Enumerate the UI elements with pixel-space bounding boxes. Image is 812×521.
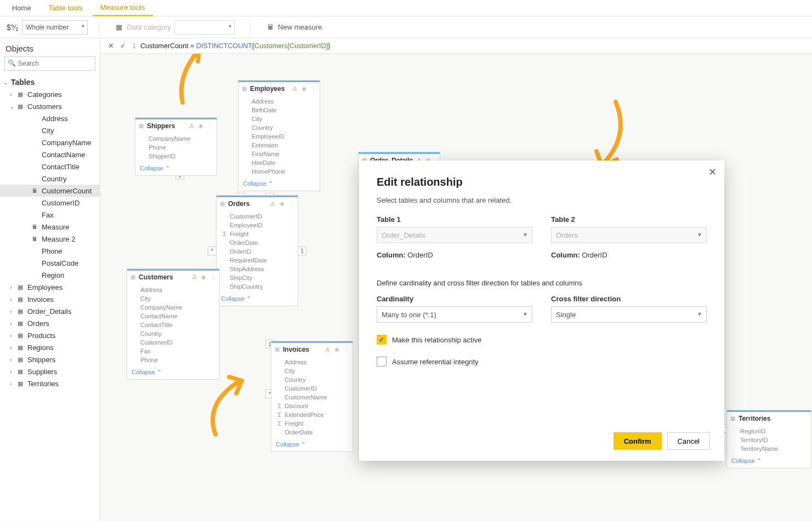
cancel-button[interactable]: Cancel: [667, 432, 710, 450]
more-icon[interactable]: ⋮: [310, 85, 317, 91]
tree-row[interactable]: 🖩Measure 2: [0, 233, 100, 245]
tree-row[interactable]: Phone: [0, 245, 100, 257]
tree-row[interactable]: ›▦Suppliers: [0, 365, 100, 377]
card-field[interactable]: CompanyName: [135, 134, 217, 143]
card-field[interactable]: ContactTitle: [127, 320, 219, 329]
card-field[interactable]: HomePhone: [239, 167, 320, 176]
tree-row[interactable]: ›▦Territories: [0, 377, 100, 390]
card-field[interactable]: FirstName: [239, 150, 320, 158]
card-field[interactable]: TerritoryID: [727, 436, 811, 444]
card-field[interactable]: ContactName: [127, 312, 219, 320]
tree-row[interactable]: 🖩Measure: [0, 221, 100, 233]
card-field[interactable]: Country: [239, 123, 320, 132]
collapse-link[interactable]: Collapse ⌃: [135, 163, 217, 175]
table-card-shippers[interactable]: ▦Shippers⚠◉⋮ CompanyNamePhoneShipperID C…: [135, 117, 217, 176]
checkbox-referential[interactable]: Assume referential integrity: [377, 357, 707, 367]
card-field[interactable]: OrderDate: [271, 428, 353, 437]
tab-home[interactable]: Home: [4, 1, 39, 15]
card-field[interactable]: Country: [271, 375, 353, 384]
card-field[interactable]: OrderDate: [217, 238, 298, 247]
tree-row[interactable]: City: [0, 124, 100, 136]
formula-cancel-button[interactable]: ✕: [105, 40, 117, 52]
card-field[interactable]: HireDate: [239, 158, 320, 167]
tree-row[interactable]: ›▦Invoices: [0, 293, 100, 305]
formula-commit-button[interactable]: ✓: [117, 40, 129, 52]
more-icon[interactable]: ⋮: [343, 346, 350, 352]
card-field[interactable]: CompanyName: [127, 303, 219, 312]
card-field[interactable]: RegionID: [727, 427, 811, 436]
tree-row[interactable]: Country: [0, 173, 100, 185]
card-field[interactable]: ΣExtendedPrice: [271, 410, 353, 419]
card-field[interactable]: TerritoryName: [727, 444, 811, 453]
card-field[interactable]: CustomerName: [271, 393, 353, 402]
table-card-orders[interactable]: ▦Orders⚠◉⋮ CustomerIDEmployeeIDΣFreightO…: [216, 195, 298, 306]
tree-row[interactable]: ContactName: [0, 148, 100, 161]
tree-row[interactable]: PostalCode: [0, 257, 100, 269]
table1-select[interactable]: Order_Details: [377, 227, 532, 243]
collapse-link[interactable]: Collapse ⌃: [127, 367, 219, 379]
tree-row[interactable]: ›▦Employees: [0, 281, 100, 293]
confirm-button[interactable]: Confirm: [614, 432, 662, 450]
close-icon[interactable]: ✕: [708, 166, 717, 178]
card-field[interactable]: RequiredDate: [217, 256, 298, 265]
tree-row[interactable]: ›▦Categories: [0, 88, 100, 100]
tree-row[interactable]: Region: [0, 269, 100, 281]
visibility-icon[interactable]: ◉: [333, 346, 340, 352]
tree-row[interactable]: ⌄▦Customers: [0, 100, 100, 112]
card-field[interactable]: Fax: [127, 347, 219, 356]
card-field[interactable]: Address: [271, 358, 353, 367]
card-field[interactable]: CustomerID: [217, 212, 298, 221]
search-input[interactable]: [4, 56, 95, 71]
tree-row[interactable]: Address: [0, 112, 100, 124]
table-card-employees[interactable]: ▦Employees⚠◉⋮ AddressBirthDateCityCountr…: [238, 80, 320, 191]
card-field[interactable]: City: [271, 367, 353, 375]
checkbox-referential-box[interactable]: [377, 357, 387, 367]
visibility-icon[interactable]: ◉: [279, 201, 286, 207]
formula-code[interactable]: CustomerCount = DISTINCTCOUNT(Customers[…: [140, 42, 330, 50]
card-field[interactable]: Address: [239, 97, 320, 106]
tree-row[interactable]: ›▦Orders: [0, 317, 100, 329]
cardinality-select[interactable]: Many to one (*:1): [377, 306, 532, 323]
visibility-icon[interactable]: ◉: [197, 123, 205, 129]
card-field[interactable]: ShipperID: [135, 152, 217, 161]
card-field[interactable]: ShipCity: [217, 273, 298, 282]
more-icon[interactable]: ⋮: [207, 123, 214, 129]
table2-select[interactable]: Orders: [551, 227, 707, 243]
tree-row[interactable]: 🖩CustomerCount: [0, 185, 100, 197]
tab-table-tools[interactable]: Table tools: [41, 1, 90, 15]
card-field[interactable]: EmployeeID: [239, 132, 320, 141]
card-field[interactable]: Phone: [135, 143, 217, 152]
collapse-link[interactable]: Collapse ⌃: [239, 178, 320, 191]
card-field[interactable]: City: [127, 294, 219, 303]
collapse-link[interactable]: Collapse ⌃: [217, 293, 298, 306]
more-icon[interactable]: ⋮: [209, 274, 217, 280]
tree-row[interactable]: ›▦Products: [0, 329, 100, 341]
card-field[interactable]: ShipAddress: [217, 265, 298, 273]
tree-row[interactable]: ›▦Regions: [0, 341, 100, 353]
checkbox-active[interactable]: ✓ Make this relationship active: [377, 335, 707, 345]
card-field[interactable]: ShipCountry: [217, 282, 298, 291]
collapse-link[interactable]: Collapse ⌃: [271, 439, 353, 451]
card-field[interactable]: ΣFreight: [271, 419, 353, 428]
table-card-territories[interactable]: ▦Territories RegionIDTerritoryIDTerritor…: [726, 410, 811, 468]
card-field[interactable]: CustomerID: [127, 338, 219, 347]
card-field[interactable]: BirthDate: [239, 106, 320, 114]
card-field[interactable]: City: [239, 114, 320, 123]
card-field[interactable]: ΣDiscount: [271, 402, 353, 410]
card-field[interactable]: Phone: [127, 356, 219, 364]
card-field[interactable]: CustomerID: [271, 384, 353, 393]
tree-row[interactable]: ›▦Order_Details: [0, 305, 100, 317]
new-measure-button[interactable]: 🖩 New measure: [262, 21, 326, 34]
tree-row[interactable]: ⌄Tables: [0, 76, 100, 88]
collapse-link[interactable]: Collapse ⌃: [727, 455, 811, 468]
card-field[interactable]: Extension: [239, 141, 320, 150]
tree-row[interactable]: ›▦Shippers: [0, 353, 100, 365]
tree-row[interactable]: ContactTitle: [0, 161, 100, 173]
checkbox-active-box[interactable]: ✓: [377, 335, 387, 345]
table-card-invoices[interactable]: ▦Invoices⚠◉⋮ AddressCityCountryCustomerI…: [271, 341, 353, 452]
card-field[interactable]: Country: [127, 329, 219, 338]
more-icon[interactable]: ⋮: [288, 201, 296, 207]
tree-row[interactable]: CustomerID: [0, 197, 100, 209]
card-field[interactable]: OrderID: [217, 247, 298, 256]
card-field[interactable]: Address: [127, 285, 219, 294]
